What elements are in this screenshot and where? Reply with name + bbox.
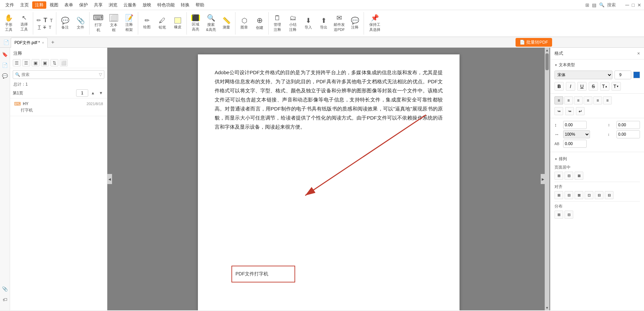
- subscript-button[interactable]: T▼: [611, 82, 621, 91]
- align-full-btn[interactable]: ≡: [603, 96, 612, 104]
- hand-tool[interactable]: ✋ 手形工具: [1, 11, 16, 36]
- minimize-icon[interactable]: ─: [625, 2, 629, 8]
- email-tool[interactable]: ✉ 邮件发送PDF: [332, 11, 347, 36]
- manage-tool[interactable]: 🗒 管理注释: [270, 11, 285, 36]
- strip-comment[interactable]: 💬: [1, 72, 9, 80]
- menu-home[interactable]: 主页: [17, 1, 32, 9]
- menu-form[interactable]: 表单: [62, 1, 76, 9]
- align-center-a-btn[interactable]: ⊟: [595, 191, 603, 199]
- menu-features[interactable]: 特色功能: [155, 1, 177, 9]
- list-unordered-btn[interactable]: ≔: [554, 107, 563, 115]
- sb-align-right[interactable]: ☰: [22, 59, 30, 66]
- bold-button[interactable]: B: [554, 82, 564, 91]
- scroll-down-arrow[interactable]: ▼: [545, 306, 549, 310]
- menu-annotation[interactable]: 注释: [32, 1, 46, 9]
- scroll-thumb[interactable]: [545, 53, 549, 70]
- italic-button[interactable]: I: [566, 82, 575, 91]
- ab-spacing-input[interactable]: [563, 140, 587, 148]
- right-panel-close[interactable]: ×: [637, 51, 640, 56]
- align-top-btn[interactable]: ⊞: [554, 191, 563, 199]
- summarize-tool[interactable]: 🗂 小结注释: [285, 11, 300, 36]
- menu-play[interactable]: 放映: [140, 1, 154, 9]
- indent-btn[interactable]: ↵: [576, 107, 585, 115]
- menu-share[interactable]: 共享: [91, 1, 105, 9]
- layout-icon[interactable]: ⊞: [585, 2, 589, 8]
- font-select[interactable]: 宋体 黑体 楷体 微软雅黑: [554, 71, 612, 79]
- export-tool[interactable]: ⬆ 导出: [316, 11, 331, 36]
- sidebar-search-input[interactable]: [21, 72, 98, 77]
- sb-sort[interactable]: ⇅: [50, 59, 58, 66]
- distribute-v-btn[interactable]: ⊟: [565, 211, 573, 219]
- page-prev-btn[interactable]: ▲: [90, 90, 96, 96]
- keep-tool[interactable]: 📌 保持工具选择: [365, 11, 384, 36]
- menu-protect[interactable]: 保护: [76, 1, 91, 9]
- left-scroll-arrow[interactable]: ◀: [107, 174, 112, 184]
- superscript-button[interactable]: T▲: [600, 82, 609, 91]
- select-tool[interactable]: ↖ 选择工具: [17, 11, 32, 36]
- annotation-item-1[interactable]: ⌨ HY 2021/8/18 打字机: [10, 98, 107, 116]
- strip-bookmark[interactable]: 🔖: [1, 50, 9, 58]
- note-tool[interactable]: 💬 备注: [58, 11, 72, 36]
- text-big-tool[interactable]: T: [43, 16, 48, 24]
- baseline-input[interactable]: [616, 130, 640, 138]
- tab-close-button[interactable]: ×: [42, 41, 44, 45]
- menu-convert[interactable]: 转换: [178, 1, 192, 9]
- strip-layers[interactable]: 📄: [1, 61, 9, 69]
- align-right-a-btn[interactable]: ⊟: [605, 191, 613, 199]
- stamp-tool[interactable]: ⬡ 图章: [237, 11, 252, 36]
- page-number-input[interactable]: [76, 89, 88, 97]
- line-spacing-input[interactable]: [563, 121, 587, 129]
- annotation-textbox[interactable]: PDF文件打字机: [231, 266, 295, 282]
- vertical-scrollbar[interactable]: ▲ ▼: [545, 48, 549, 310]
- strip-attachment[interactable]: 📎: [1, 285, 9, 293]
- measure-tool[interactable]: 📏 测量: [219, 11, 234, 36]
- text-small-tool[interactable]: T: [49, 17, 54, 24]
- align-justify-btn[interactable]: ≡: [584, 96, 592, 104]
- align-left-btn[interactable]: ≡: [554, 96, 563, 104]
- align-right-btn[interactable]: ≡: [574, 96, 583, 104]
- search-label-top[interactable]: 搜索: [607, 2, 616, 8]
- comment-tool[interactable]: 💬 注释: [347, 11, 362, 36]
- page-next-btn[interactable]: ▼: [98, 90, 104, 96]
- align-bottom-btn[interactable]: ⊠: [575, 191, 583, 199]
- align-center-btn[interactable]: ≡: [564, 96, 573, 104]
- font-size-input[interactable]: [614, 71, 631, 79]
- center-v-btn[interactable]: ⊟: [565, 172, 573, 180]
- menu-view[interactable]: 视图: [47, 1, 61, 9]
- eraser-tool[interactable]: 橡皮: [170, 11, 185, 36]
- center-both-btn[interactable]: ⊠: [575, 172, 583, 180]
- maximize-icon[interactable]: □: [632, 2, 635, 8]
- list-ordered-btn[interactable]: ≔: [565, 107, 574, 115]
- pencil-tool[interactable]: ✏: [36, 17, 42, 24]
- align-left-a-btn[interactable]: ⊡: [585, 191, 593, 199]
- text-under-tool[interactable]: T̶: [42, 25, 47, 30]
- textbox-tool[interactable]: ⬜ 文本框: [106, 11, 121, 36]
- pen-tool[interactable]: 🖊 铅笔: [155, 11, 170, 36]
- menu-file[interactable]: 文件: [3, 1, 17, 9]
- text-strike-tool[interactable]: T: [37, 24, 42, 30]
- close-window-icon[interactable]: ✕: [637, 2, 641, 8]
- sb-block2[interactable]: ▣: [41, 59, 49, 66]
- center-h-btn[interactable]: ⊞: [554, 172, 563, 180]
- sb-block1[interactable]: ▣: [32, 59, 40, 66]
- scroll-up-arrow[interactable]: ▲: [545, 48, 549, 52]
- content-area[interactable]: ▲ ▼ ◀ ▶ Adobe公司设计PDF文件格式的目的是为了支持跨平台上的，多媒…: [107, 48, 550, 310]
- create-tool[interactable]: ⊕ 创建: [252, 11, 267, 36]
- underline-button[interactable]: U: [577, 82, 587, 91]
- tab-add-button[interactable]: +: [49, 39, 56, 46]
- layout-icon2[interactable]: ▤: [592, 2, 596, 8]
- strip-flag[interactable]: 🏷: [1, 296, 9, 304]
- menu-cloud[interactable]: 云服务: [121, 1, 139, 9]
- align-distribute-btn[interactable]: ≡: [593, 96, 602, 104]
- char-spacing-input[interactable]: [616, 121, 640, 129]
- menu-help[interactable]: 帮助: [193, 1, 207, 9]
- region-highlight-tool[interactable]: ⬛ 区域高亮: [188, 11, 203, 36]
- font-color-picker[interactable]: [633, 72, 640, 78]
- draw-tool[interactable]: ✏ 绘图: [140, 11, 154, 36]
- sidebar-filter-icon[interactable]: ▽: [99, 72, 102, 77]
- pdf-tab[interactable]: PDF文件.pdf * ×: [11, 38, 48, 48]
- callout-tool[interactable]: 📝 注释框架: [122, 11, 137, 36]
- distribute-h-btn[interactable]: ⊞: [554, 211, 563, 219]
- sb-filter[interactable]: ⬜: [60, 59, 68, 66]
- scale-select[interactable]: 100% 75% 125%: [563, 130, 590, 138]
